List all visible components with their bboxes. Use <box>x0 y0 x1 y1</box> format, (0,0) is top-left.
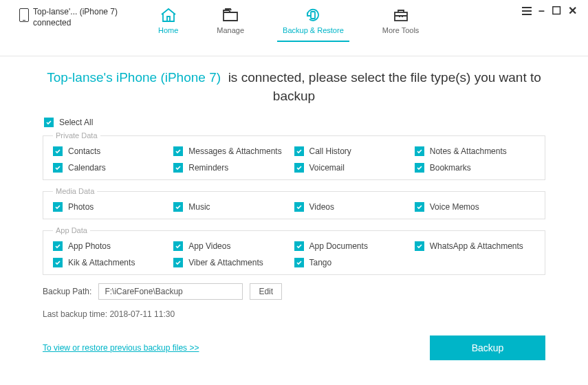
device-status-line: connected <box>33 18 118 29</box>
backup-path-label: Backup Path: <box>43 287 91 296</box>
app-item[interactable]: App Documents <box>294 241 415 251</box>
grid-media: PhotosMusicVideosVoice Memos <box>53 202 535 212</box>
section-media-title: Media Data <box>53 187 97 195</box>
checkbox[interactable] <box>53 258 63 267</box>
checkbox[interactable] <box>173 163 183 173</box>
grid-app: App PhotosApp VideosApp DocumentsWhatsAp… <box>53 241 535 267</box>
app-item[interactable]: WhatsApp & Attachments <box>415 241 535 251</box>
device-text: Top-lanse'... (iPhone 7) connected <box>33 7 118 28</box>
backup-button[interactable]: Backup <box>430 336 545 360</box>
private-item[interactable]: Messages & Attachments <box>173 146 294 156</box>
checkbox[interactable] <box>53 202 63 212</box>
item-label: Videos <box>309 202 334 212</box>
section-app-title: App Data <box>53 226 90 234</box>
phone-icon <box>19 8 29 22</box>
app-item[interactable]: Kik & Attachments <box>53 258 173 267</box>
select-all-row[interactable]: Select All <box>44 118 545 127</box>
nav-tools-label: More Tools <box>382 26 420 34</box>
menu-icon[interactable] <box>522 7 532 15</box>
item-label: Call History <box>309 146 351 156</box>
item-label: Bookmarks <box>430 163 471 173</box>
checkbox[interactable] <box>294 163 304 173</box>
checkbox[interactable] <box>294 146 304 156</box>
checkbox[interactable] <box>415 202 424 212</box>
app-item[interactable]: Tango <box>294 258 415 267</box>
backup-path-input[interactable] <box>98 283 243 300</box>
close-button[interactable]: ✕ <box>568 6 577 16</box>
bottom-row: To view or restore previous backup files… <box>43 336 545 360</box>
media-item[interactable]: Voice Memos <box>415 202 535 212</box>
section-app-data: App Data App PhotosApp VideosApp Documen… <box>43 226 545 275</box>
private-item[interactable]: Call History <box>294 146 415 156</box>
media-item[interactable]: Photos <box>53 202 173 212</box>
main-nav: Home Manage Backup & Restore More Tools <box>158 0 419 41</box>
checkbox[interactable] <box>294 202 304 212</box>
window-controls: – ☐ ✕ <box>522 6 577 16</box>
app-item[interactable]: Viber & Attachments <box>173 258 294 267</box>
item-label: Tango <box>309 258 332 267</box>
item-label: Music <box>188 202 210 212</box>
private-item[interactable]: Contacts <box>53 146 173 156</box>
checkbox[interactable] <box>53 146 63 156</box>
item-label: Voice Memos <box>430 202 479 212</box>
private-item[interactable]: Notes & Attachments <box>415 146 535 156</box>
item-label: Viber & Attachments <box>188 258 263 267</box>
edit-path-button[interactable]: Edit <box>250 283 282 300</box>
item-label: Voicemail <box>309 163 345 173</box>
device-name-line: Top-lanse'... (iPhone 7) <box>33 7 118 18</box>
nav-backup-label: Backup & Restore <box>283 26 344 34</box>
checkbox[interactable] <box>415 163 424 173</box>
checkbox[interactable] <box>294 258 304 267</box>
nav-manage[interactable]: Manage <box>217 7 244 41</box>
last-backup-time: Last backup time: 2018-07-11 11:30 <box>43 309 545 319</box>
checkbox[interactable] <box>173 202 183 212</box>
item-label: Kik & Attachments <box>68 258 135 267</box>
item-label: Messages & Attachments <box>188 146 281 156</box>
nav-home[interactable]: Home <box>158 7 178 41</box>
section-private-title: Private Data <box>53 131 100 140</box>
headline-device: Top-lanse's iPhone (iPhone 7) <box>47 70 221 85</box>
home-icon <box>160 7 177 23</box>
nav-backup-restore[interactable]: Backup & Restore <box>283 7 344 41</box>
media-item[interactable]: Music <box>173 202 294 212</box>
checkbox[interactable] <box>173 241 183 251</box>
checkbox[interactable] <box>415 146 424 156</box>
checkbox[interactable] <box>173 258 183 267</box>
select-all-checkbox[interactable] <box>44 118 54 127</box>
view-previous-link[interactable]: To view or restore previous backup files… <box>43 343 199 353</box>
maximize-button[interactable]: ☐ <box>552 6 561 16</box>
checkbox[interactable] <box>53 163 63 173</box>
nav-more-tools[interactable]: More Tools <box>382 7 420 41</box>
nav-home-label: Home <box>158 26 178 34</box>
backup-path-row: Backup Path: Edit <box>43 283 545 300</box>
main-content: Top-lanse's iPhone (iPhone 7) is connect… <box>0 56 588 360</box>
minimize-button[interactable]: – <box>538 6 545 16</box>
private-item[interactable]: Reminders <box>173 163 294 173</box>
item-label: App Documents <box>309 241 368 251</box>
item-label: Contacts <box>68 146 100 156</box>
backup-restore-icon <box>304 7 322 23</box>
item-label: App Videos <box>188 241 230 251</box>
checkbox[interactable] <box>294 241 304 251</box>
item-label: App Photos <box>68 241 111 251</box>
checkbox[interactable] <box>415 241 424 251</box>
item-label: Notes & Attachments <box>430 146 507 156</box>
svg-rect-1 <box>395 12 407 21</box>
app-item[interactable]: App Photos <box>53 241 173 251</box>
app-item[interactable]: App Videos <box>173 241 294 251</box>
folder-icon <box>221 7 239 23</box>
media-item[interactable]: Videos <box>294 202 415 212</box>
item-label: Calendars <box>68 163 106 173</box>
nav-manage-label: Manage <box>217 26 244 34</box>
checkbox[interactable] <box>173 146 183 156</box>
headline-rest: is connected, please select the file typ… <box>228 70 541 103</box>
private-item[interactable]: Calendars <box>53 163 173 173</box>
select-all-label: Select All <box>59 118 93 127</box>
headline: Top-lanse's iPhone (iPhone 7) is connect… <box>43 69 545 105</box>
item-label: WhatsApp & Attachments <box>430 241 523 251</box>
private-item[interactable]: Bookmarks <box>415 163 535 173</box>
item-label: Photos <box>68 202 94 212</box>
checkbox[interactable] <box>53 241 63 251</box>
grid-private: ContactsMessages & AttachmentsCall Histo… <box>53 146 535 173</box>
private-item[interactable]: Voicemail <box>294 163 415 173</box>
